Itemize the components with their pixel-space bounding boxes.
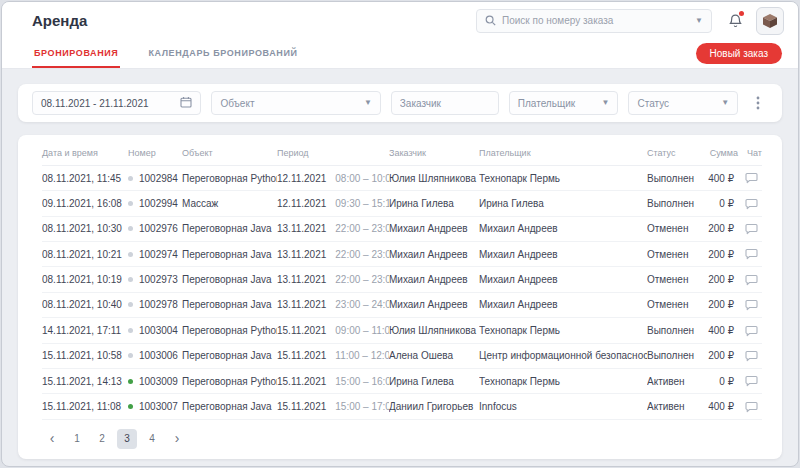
- table-row[interactable]: 15.11.2021, 11:081003007Переговорная Jav…: [42, 394, 762, 419]
- cell-payer: Ирина Гилева: [479, 191, 647, 216]
- cell-customer: Даниил Григорьев: [389, 394, 479, 419]
- date-range-value: 08.11.2021 - 21.11.2021: [41, 98, 149, 109]
- next-page-button[interactable]: ›: [167, 429, 187, 449]
- search-box[interactable]: ▼: [476, 9, 712, 33]
- cell-period: 13.11.202123:00 – 24:00: [277, 292, 389, 317]
- cell-datetime: 09.11.2021, 16:08: [42, 191, 128, 216]
- status-select-label: Статус: [637, 98, 669, 109]
- cell-payer: Михаил Андреев: [479, 216, 647, 241]
- customer-input[interactable]: [391, 91, 499, 115]
- cell-payer: Михаил Андреев: [479, 267, 647, 292]
- column-header: Чат: [738, 139, 762, 166]
- column-header: Период: [277, 139, 389, 166]
- object-select[interactable]: Объект ▼: [211, 91, 380, 115]
- column-header: Объект: [182, 139, 277, 166]
- tab-bookings[interactable]: БРОНИРОВАНИЯ: [32, 39, 120, 68]
- cell-customer: Михаил Андреев: [389, 267, 479, 292]
- table-header-row: Дата и времяНомерОбъектПериодЗаказчикПла…: [42, 139, 762, 166]
- cell-payer: Михаил Андреев: [479, 292, 647, 317]
- page-button-2[interactable]: 2: [92, 429, 112, 449]
- table-row[interactable]: 08.11.2021, 10:301002976Переговорная Jav…: [42, 216, 762, 241]
- status-dot: [128, 328, 133, 333]
- cell-datetime: 15.11.2021, 14:13: [42, 368, 128, 393]
- cell-amount: 0 ₽: [699, 368, 738, 393]
- cell-period: 12.11.202109:30 – 15:10: [277, 191, 389, 216]
- column-header: Статус: [647, 139, 699, 166]
- cell-datetime: 08.11.2021, 11:45: [42, 166, 128, 191]
- cell-number: 1002974: [128, 242, 182, 267]
- bookings-table: Дата и времяНомерОбъектПериодЗаказчикПла…: [42, 139, 762, 420]
- search-input[interactable]: [502, 15, 689, 26]
- cell-period: 13.11.202122:00 – 23:00: [277, 216, 389, 241]
- table-row[interactable]: 14.11.2021, 17:111003004Переговорная Pyt…: [42, 318, 762, 343]
- new-order-button[interactable]: Новый заказ: [696, 43, 782, 64]
- avatar[interactable]: [756, 7, 784, 35]
- chat-icon[interactable]: [738, 267, 762, 292]
- chat-icon[interactable]: [738, 191, 762, 216]
- column-header: Номер: [128, 139, 182, 166]
- cell-datetime: 15.11.2021, 10:58: [42, 343, 128, 368]
- cell-status: Отменен: [647, 216, 699, 241]
- cell-status: Выполнен: [647, 318, 699, 343]
- main-content: 08.11.2021 - 21.11.2021 Объект ▼ Платель…: [2, 69, 798, 459]
- table-row[interactable]: 09.11.2021, 16:081002994Массаж12.11.2021…: [42, 191, 762, 216]
- app-root: Аренда ▼ БРОНИРОВАНИЯ: [1, 1, 799, 467]
- table-row[interactable]: 15.11.2021, 10:581003006Переговорная Jav…: [42, 343, 762, 368]
- cell-customer: Михаил Андреев: [389, 216, 479, 241]
- chat-icon[interactable]: [738, 216, 762, 241]
- table-row[interactable]: 08.11.2021, 11:451002984Переговорная Pyt…: [42, 166, 762, 191]
- date-range-field[interactable]: 08.11.2021 - 21.11.2021: [32, 91, 201, 115]
- page-title: Аренда: [32, 12, 87, 29]
- chat-icon[interactable]: [738, 394, 762, 419]
- table-row[interactable]: 08.11.2021, 10:211002974Переговорная Jav…: [42, 242, 762, 267]
- notifications-button[interactable]: [728, 13, 743, 29]
- chat-icon[interactable]: [738, 318, 762, 343]
- status-select[interactable]: Статус ▼: [628, 91, 738, 115]
- chat-icon[interactable]: [738, 166, 762, 191]
- chat-icon[interactable]: [738, 292, 762, 317]
- status-dot: [128, 379, 133, 384]
- cell-payer: Технопарк Пермь: [479, 368, 647, 393]
- page-button-4[interactable]: 4: [142, 429, 162, 449]
- chat-icon[interactable]: [738, 368, 762, 393]
- status-dot: [128, 176, 133, 181]
- cell-object: Переговорная Java: [182, 216, 277, 241]
- cell-object: Переговорная Java: [182, 242, 277, 267]
- box-icon: [760, 11, 780, 31]
- table-row[interactable]: 08.11.2021, 10:191002973Переговорная Jav…: [42, 267, 762, 292]
- column-header: Сумма: [699, 139, 738, 166]
- cell-amount: 200 ₽: [699, 242, 738, 267]
- cell-status: Отменен: [647, 267, 699, 292]
- cell-number: 1002994: [128, 191, 182, 216]
- status-dot: [128, 353, 133, 358]
- table-row[interactable]: 08.11.2021, 10:401002978Переговорная Jav…: [42, 292, 762, 317]
- chat-icon[interactable]: [738, 343, 762, 368]
- cell-object: Массаж: [182, 191, 277, 216]
- column-header: Заказчик: [389, 139, 479, 166]
- payer-select[interactable]: Плательщик ▼: [509, 91, 619, 115]
- chevron-down-icon[interactable]: ▼: [695, 17, 703, 25]
- column-header: Дата и время: [42, 139, 128, 166]
- page-button-1[interactable]: 1: [67, 429, 87, 449]
- table-row[interactable]: 15.11.2021, 14:131003009Переговорная Pyt…: [42, 368, 762, 393]
- status-dot: [128, 404, 133, 409]
- cell-datetime: 15.11.2021, 11:08: [42, 394, 128, 419]
- cell-period: 12.11.202108:00 – 10:00: [277, 166, 389, 191]
- cell-object: Переговорная Java: [182, 292, 277, 317]
- chevron-down-icon: ▼: [364, 99, 372, 107]
- cell-amount: 400 ₽: [699, 166, 738, 191]
- page-button-3[interactable]: 3: [117, 429, 137, 449]
- cell-period: 13.11.202122:00 – 23:00: [277, 242, 389, 267]
- cell-number: 1002984: [128, 166, 182, 191]
- cell-number: 1002976: [128, 216, 182, 241]
- prev-page-button[interactable]: ‹: [42, 429, 62, 449]
- chat-icon[interactable]: [738, 242, 762, 267]
- cell-period: 15.11.202109:00 – 11:00: [277, 318, 389, 343]
- notification-dot: [739, 11, 744, 16]
- cell-customer: Михаил Андреев: [389, 292, 479, 317]
- more-options-button[interactable]: [748, 91, 768, 115]
- tab-bookings-calendar[interactable]: КАЛЕНДАРЬ БРОНИРОВАНИЙ: [146, 39, 299, 68]
- cell-period: 15.11.202111:00 – 12:00: [277, 343, 389, 368]
- pagination-pages: 1234: [67, 429, 162, 449]
- cell-customer: Алена Ошева: [389, 343, 479, 368]
